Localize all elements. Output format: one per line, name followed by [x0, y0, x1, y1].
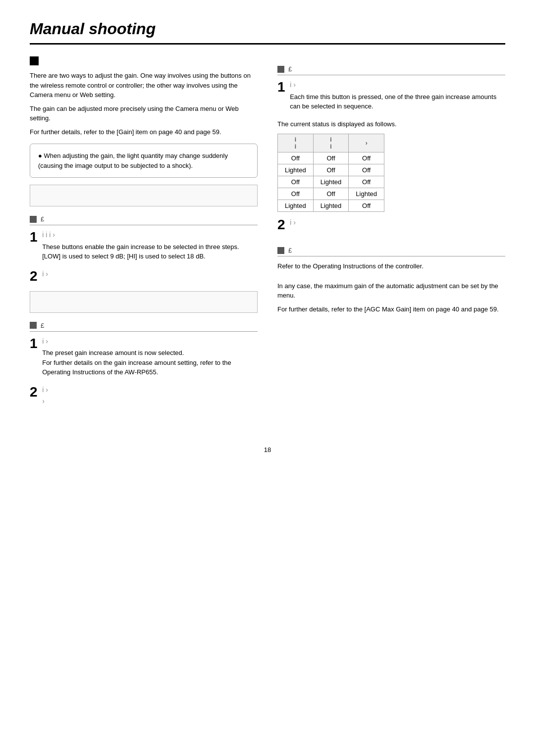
step-header-1-2: i › — [42, 269, 250, 279]
table-cell-1-2: Off — [349, 164, 384, 176]
black-square-icon — [30, 56, 39, 65]
table-header-2: › — [349, 134, 384, 152]
section-square-icon-1 — [30, 216, 37, 223]
left-section-1: £ 1 i i i › These buttons enable the gai… — [30, 215, 258, 283]
right-section-label-text-2: £ — [288, 247, 292, 254]
step-1-1: 1 i i i › These buttons enable the gain … — [30, 230, 258, 261]
table-cell-4-1: Lighted — [313, 200, 349, 212]
table-cell-3-0: Off — [278, 188, 314, 200]
table-cell-4-2: Off — [349, 200, 384, 212]
table-header-0: ii — [278, 134, 314, 152]
right-section-square-icon-2 — [277, 247, 284, 254]
step-body-2-1b: For further details on the gain increase… — [42, 358, 250, 377]
left-section-2: £ 1 i › The preset gain increase amount … — [30, 322, 258, 408]
placeholder-box-1 — [30, 185, 258, 206]
right-section-2: £ Refer to the Operating Instructions of… — [277, 247, 505, 271]
right-step-header-1-1: i › — [290, 80, 498, 90]
table-cell-2-1: Lighted — [313, 176, 349, 188]
right-section-label-1: £ — [277, 65, 505, 75]
step-content-2-1: i › The preset gain increase amount is n… — [42, 337, 250, 377]
table-row: LightedOffOff — [278, 164, 384, 176]
step-body-2-1a: The preset gain increase amount is now s… — [42, 348, 250, 358]
section-square-icon-2 — [30, 322, 37, 329]
right-step-num-1-1: 1 — [277, 80, 285, 94]
step-body-1-1a: These buttons enable the gain increase t… — [42, 242, 250, 252]
right-section-label-2: £ — [277, 247, 505, 256]
status-text: The current status is displayed as follo… — [277, 119, 505, 129]
table-cell-2-0: Off — [278, 176, 314, 188]
intro-para-1: There are two ways to adjust the gain. O… — [30, 71, 258, 100]
section-label-text-1: £ — [41, 215, 44, 223]
intro-para-3: For further details, refer to the [Gain]… — [30, 127, 258, 137]
note-box: When adjusting the gain, the light quant… — [30, 144, 258, 178]
right-step-1-1: 1 i › Each time this button is pressed, … — [277, 80, 505, 111]
section-label-2: £ — [30, 322, 258, 332]
step-header-2-1: i › — [42, 337, 250, 347]
right-section-label-text-1: £ — [288, 65, 292, 73]
right-section-2-body: Refer to the Operating Instructions of t… — [277, 261, 505, 271]
status-table: ii ii › OffOffOffLightedOffOffOffLighted… — [277, 134, 384, 212]
right-step-1-2: 2 i › — [277, 218, 505, 232]
table-cell-3-1: Off — [313, 188, 349, 200]
table-cell-2-2: Off — [349, 176, 384, 188]
step-content-1-2: i › — [42, 269, 250, 281]
step-num-1-2: 2 — [30, 269, 38, 283]
step-num-2-1: 1 — [30, 337, 38, 351]
right-section-3-body-1: For further details, refer to the [AGC M… — [277, 304, 505, 314]
step-2-1: 1 i › The preset gain increase amount is… — [30, 337, 258, 377]
table-row: OffOffOff — [278, 152, 384, 164]
section-label-text-2: £ — [41, 322, 44, 329]
step-subheader-2-2: › — [42, 397, 250, 406]
table-row: OffOffLighted — [278, 188, 384, 200]
table-cell-3-2: Lighted — [349, 188, 384, 200]
right-column: £ 1 i › Each time this button is pressed… — [277, 56, 505, 416]
left-column: There are two ways to adjust the gain. O… — [30, 56, 258, 416]
step-num-2-2: 2 — [30, 385, 38, 399]
table-cell-0-2: Off — [349, 152, 384, 164]
right-step-header-1-2: i › — [290, 218, 498, 228]
step-header-1-1: i i i › — [42, 230, 250, 240]
table-row: LightedLightedOff — [278, 200, 384, 212]
table-cell-1-1: Off — [313, 164, 349, 176]
right-section-3-body-0: In any case, the maximum gain of the aut… — [277, 281, 505, 301]
intro-section: There are two ways to adjust the gain. O… — [30, 56, 258, 137]
right-section-1: £ 1 i › Each time this button is pressed… — [277, 65, 505, 232]
section-label-1: £ — [30, 215, 258, 225]
intro-para-2: The gain can be adjusted more precisely … — [30, 104, 258, 123]
step-body-1-1b: [LOW] is used to select 9 dB; [HI] is us… — [42, 252, 250, 261]
right-step-body-1-1: Each time this button is pressed, one of… — [290, 92, 498, 111]
table-cell-4-0: Lighted — [278, 200, 314, 212]
step-content-1-1: i i i › These buttons enable the gain in… — [42, 230, 250, 261]
placeholder-box-2 — [30, 291, 258, 313]
table-row: OffLightedOff — [278, 176, 384, 188]
right-section-3: In any case, the maximum gain of the aut… — [277, 281, 505, 314]
right-step-num-1-2: 2 — [277, 218, 285, 232]
table-cell-1-0: Lighted — [278, 164, 314, 176]
right-step-content-1-1: i › Each time this button is pressed, on… — [290, 80, 498, 111]
step-1-2: 2 i › — [30, 269, 258, 283]
note-item-1: When adjusting the gain, the light quant… — [38, 151, 249, 170]
right-step-content-1-2: i › — [290, 218, 498, 230]
step-2-2: 2 i › › — [30, 385, 258, 408]
table-cell-0-1: Off — [313, 152, 349, 164]
step-header-2-2: i › — [42, 385, 250, 395]
step-num-1-1: 1 — [30, 230, 38, 244]
table-header-1: ii — [313, 134, 349, 152]
right-section-square-icon-1 — [277, 66, 284, 73]
step-content-2-2: i › › — [42, 385, 250, 408]
page-number: 18 — [30, 446, 505, 454]
page-title: Manual shooting — [30, 20, 505, 45]
table-cell-0-0: Off — [278, 152, 314, 164]
